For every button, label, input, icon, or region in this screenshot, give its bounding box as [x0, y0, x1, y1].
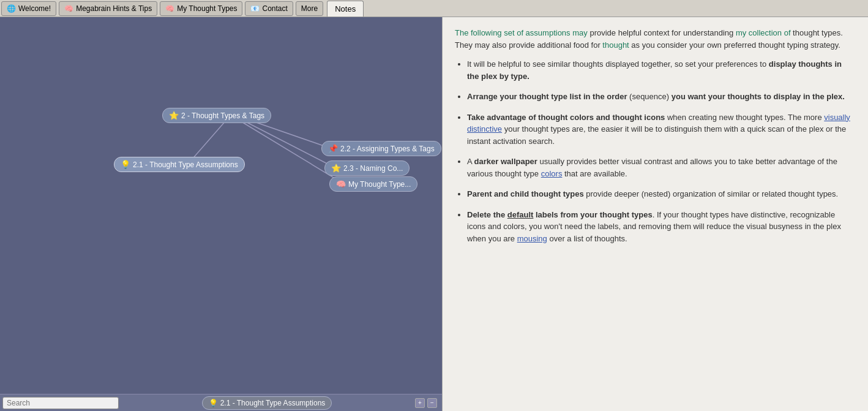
tab-mythought-label: My Thought Types	[177, 4, 237, 13]
bulb-icon: 💡	[121, 160, 130, 169]
notes-tab-label: Notes	[335, 4, 356, 13]
zoom-out-button[interactable]: −	[427, 398, 437, 408]
node-21-label: 2.1 - Thought Type Assumptions	[133, 160, 238, 169]
mindmap-node-23[interactable]: ⭐ 2.3 - Naming Co...	[324, 160, 410, 176]
welcome-icon: 🌐	[7, 4, 16, 13]
bullet-1: It will be helpful to see similar though…	[467, 58, 856, 82]
notes-intro: The following set of assumptions may pro…	[455, 27, 856, 51]
mindmap-lines	[0, 17, 442, 411]
mindmap-node-21[interactable]: 💡 2.1 - Thought Type Assumptions	[114, 157, 245, 172]
megabrain-icon: 🧠	[64, 4, 73, 13]
search-input[interactable]	[2, 397, 119, 409]
mythought-icon: 🧠	[165, 4, 174, 13]
mindmap-node-mythought[interactable]: 🧠 My Thought Type...	[329, 176, 417, 192]
main-layout: ⭐ 2 - Thought Types & Tags 💡 2.1 - Thoug…	[0, 17, 868, 411]
contact-icon: 📧	[250, 4, 260, 13]
bullet-5: Parent and child thought types provide d…	[467, 188, 856, 200]
more-button[interactable]: More	[296, 1, 323, 16]
top-navigation-bar: 🌐 Welcome! 🧠 Megabrain Hints & Tips 🧠 My…	[0, 0, 868, 17]
zoom-in-button[interactable]: +	[415, 398, 425, 408]
bullet-4: A darker wallpaper usually provides bett…	[467, 156, 856, 179]
node-23-label: 2.3 - Naming Co...	[343, 164, 403, 173]
notes-tab[interactable]: Notes	[327, 1, 364, 17]
tab-megabrain[interactable]: 🧠 Megabrain Hints & Tips	[59, 1, 157, 16]
notes-content: The following set of assumptions may pro…	[455, 27, 856, 244]
tab-contact[interactable]: 📧 Contact	[245, 1, 293, 16]
zoom-controls: + −	[415, 398, 437, 408]
bottom-node-label[interactable]: 💡 2.1 - Thought Type Assumptions	[202, 396, 332, 410]
bottom-node-text: 2.1 - Thought Type Assumptions	[220, 399, 326, 407]
notes-pane: The following set of assumptions may pro…	[442, 17, 868, 411]
mindmap-pane: ⭐ 2 - Thought Types & Tags 💡 2.1 - Thoug…	[0, 17, 442, 411]
mousing-link[interactable]: mousing	[517, 234, 547, 243]
brain-icon: 🧠	[336, 179, 346, 189]
more-label: More	[301, 4, 318, 13]
tab-welcome[interactable]: 🌐 Welcome!	[1, 1, 56, 16]
bullet-2: Arrange your thought type list in the or…	[467, 91, 856, 103]
node-22-label: 2.2 - Assigning Types & Tags	[340, 145, 435, 153]
bullet-3: Take advantage of thought colors and tho…	[467, 111, 856, 148]
star-icon: ⭐	[169, 111, 179, 120]
bottom-node-icon: 💡	[209, 399, 218, 407]
bullet-6: Delete the default labels from your thou…	[467, 209, 856, 245]
tab-megabrain-label: Megabrain Hints & Tips	[76, 4, 152, 13]
node-2-label: 2 - Thought Types & Tags	[181, 111, 264, 120]
mindmap-node-22[interactable]: 📌 2.2 - Assigning Types & Tags	[321, 141, 441, 156]
pin-icon: 📌	[328, 144, 338, 153]
mindmap-bottom-bar: 💡 2.1 - Thought Type Assumptions + −	[0, 394, 442, 411]
tab-mythought[interactable]: 🧠 My Thought Types	[160, 1, 242, 16]
notes-bullets: It will be helpful to see similar though…	[467, 58, 856, 244]
mindmap-node-2[interactable]: ⭐ 2 - Thought Types & Tags	[162, 108, 271, 123]
tab-contact-label: Contact	[262, 4, 287, 13]
svg-line-2	[239, 118, 331, 165]
tab-welcome-label: Welcome!	[18, 4, 51, 13]
node-mythought-label: My Thought Type...	[348, 180, 411, 189]
star2-icon: ⭐	[331, 164, 341, 173]
colors-link[interactable]: colors	[541, 169, 563, 178]
